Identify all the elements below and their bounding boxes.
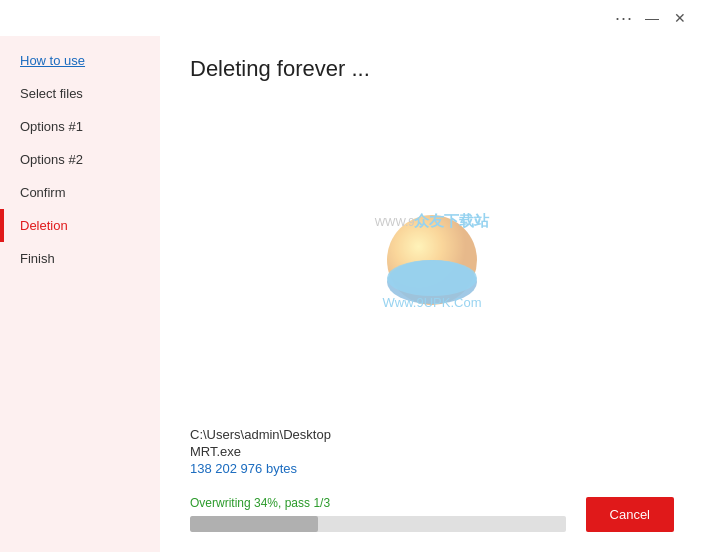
how-to-use-link[interactable]: How to use bbox=[20, 53, 85, 68]
sidebar-item-options2[interactable]: Options #2 bbox=[0, 143, 160, 176]
app-window: ··· — ✕ How to use Select files Options … bbox=[0, 0, 704, 552]
file-size: 138 202 976 bytes bbox=[190, 461, 674, 476]
main-content: How to use Select files Options #1 Optio… bbox=[0, 36, 704, 552]
file-name: MRT.exe bbox=[190, 444, 674, 459]
watermark-brand: 众友下载站 bbox=[414, 212, 489, 229]
progress-section: Overwriting 34%, pass 1/3 bbox=[190, 496, 566, 532]
watermark-logo: WWW.9众友下载站 Www.9UPK.Com bbox=[322, 205, 542, 315]
titlebar: ··· — ✕ bbox=[0, 0, 704, 36]
bottom-row: Overwriting 34%, pass 1/3 Cancel bbox=[190, 496, 674, 532]
minimize-button[interactable]: — bbox=[638, 4, 666, 32]
progress-bar-fill bbox=[190, 516, 318, 532]
sidebar-label-deletion: Deletion bbox=[20, 218, 68, 233]
file-path: C:\Users\admin\Desktop bbox=[190, 427, 674, 442]
sidebar-item-confirm[interactable]: Confirm bbox=[0, 176, 160, 209]
file-info: C:\Users\admin\Desktop MRT.exe 138 202 9… bbox=[190, 427, 674, 476]
progress-label: Overwriting 34%, pass 1/3 bbox=[190, 496, 566, 510]
sidebar-label-options1: Options #1 bbox=[20, 119, 83, 134]
sidebar-item-options1[interactable]: Options #1 bbox=[0, 110, 160, 143]
sidebar-item-how-to-use[interactable]: How to use bbox=[0, 44, 160, 77]
cancel-button[interactable]: Cancel bbox=[586, 497, 674, 532]
watermark-text1: WWW.9 bbox=[375, 216, 415, 228]
sidebar-item-deletion[interactable]: Deletion bbox=[0, 209, 160, 242]
progress-bar-background bbox=[190, 516, 566, 532]
watermark-url: Www.9UPK.Com bbox=[332, 295, 532, 310]
sidebar-item-finish[interactable]: Finish bbox=[0, 242, 160, 275]
sidebar-label-options2: Options #2 bbox=[20, 152, 83, 167]
watermark-area: WWW.9众友下载站 Www.9UPK.Com bbox=[190, 102, 674, 417]
sidebar-label-confirm: Confirm bbox=[20, 185, 66, 200]
close-button[interactable]: ✕ bbox=[666, 4, 694, 32]
page-title: Deleting forever ... bbox=[190, 56, 674, 82]
sidebar-label-finish: Finish bbox=[20, 251, 55, 266]
sidebar-label-select-files: Select files bbox=[20, 86, 83, 101]
svg-point-2 bbox=[387, 260, 477, 296]
sidebar-item-select-files[interactable]: Select files bbox=[0, 77, 160, 110]
more-icon[interactable]: ··· bbox=[610, 4, 638, 32]
sidebar: How to use Select files Options #1 Optio… bbox=[0, 36, 160, 552]
content-area: Deleting forever ... bbox=[160, 36, 704, 552]
